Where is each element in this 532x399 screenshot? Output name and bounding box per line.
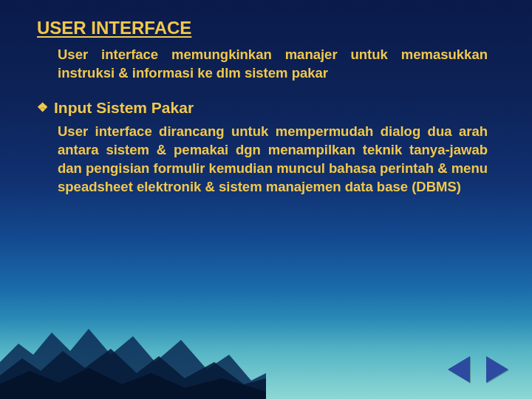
subheading-text: Input Sistem Pakar [54,99,194,117]
mountain-decoration [0,310,266,399]
diamond-bullet-icon: ❖ [37,101,48,114]
nav-controls [448,356,508,383]
intro-paragraph: User interface memungkinkan manajer untu… [58,46,488,83]
subheading-row: ❖ Input Sistem Pakar [37,99,495,117]
slide-title: USER INTERFACE [37,18,495,38]
body-paragraph: User interface dirancang untuk mempermud… [58,123,488,197]
prev-slide-button[interactable] [448,356,470,383]
next-slide-button[interactable] [486,356,508,383]
slide: USER INTERFACE User interface memungkink… [0,0,532,399]
